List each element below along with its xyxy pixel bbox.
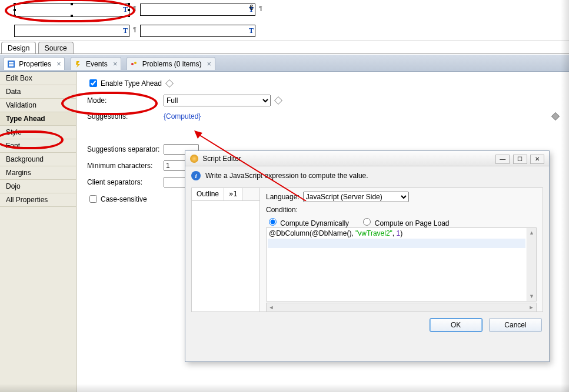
close-icon[interactable]: × [207,60,211,68]
mode-label: Mode: [87,96,164,105]
dialog-info-text: Write a JavaScript expression to compute… [205,172,368,180]
casesensitive-checkbox[interactable] [89,195,97,203]
selected-editbox[interactable]: T [14,4,129,16]
sidebar-item-editbox[interactable]: Edit Box [0,72,76,85]
typeahead-badge-icon: T [123,5,128,14]
tab-label: Properties [19,60,51,68]
sidebar-item-data[interactable]: Data [0,85,76,99]
svg-rect-1 [9,62,14,63]
svg-rect-3 [9,65,14,66]
mode-select[interactable]: Full [164,95,271,106]
tab-properties[interactable]: Properties × [4,57,65,70]
sidebar-item-style[interactable]: Style [0,126,76,139]
design-source-tab-bar: Design Source [0,41,569,54]
suggestions-label: Suggestions: [87,112,164,120]
script-editor-icon [190,155,198,163]
scroll-up-icon[interactable]: ▲ [527,228,536,237]
design-canvas: T T T T 6 ¶ ¶ ¶ [0,0,569,41]
close-icon[interactable]: × [113,60,117,68]
radio-compute-on-page-load[interactable]: Compute on Page Load [360,219,449,227]
diamond-icon[interactable] [551,112,560,120]
typeahead-badge-icon: T [123,26,128,35]
sidebar-item-margins[interactable]: Margins [0,166,76,180]
svg-rect-2 [9,63,14,65]
cancel-button[interactable]: Cancel [489,318,542,332]
outline-tab-extra[interactable]: »1 [224,188,242,200]
typeahead-badge-icon: T [249,26,254,35]
enable-typeahead-checkbox[interactable] [89,79,97,87]
minchars-label: Minimum characters: [87,162,164,170]
close-button[interactable]: ✕ [530,155,544,164]
horizontal-scrollbar[interactable]: ◄ ► [266,303,537,312]
editbox[interactable]: T [140,4,255,16]
sidebar-item-validation[interactable]: Validation [0,99,76,112]
suggestions-computed-link[interactable]: {Computed} [164,112,201,120]
tab-design[interactable]: Design [1,42,36,53]
close-icon[interactable]: × [56,60,61,68]
script-editor-dialog: Script Editor — ☐ ✕ i Write a JavaScript… [185,150,550,362]
sidebar-item-typeahead[interactable]: Type Ahead [0,112,76,126]
problems-icon [131,59,138,66]
vertical-scrollbar[interactable]: ▲ ▼ [527,228,536,301]
scroll-left-icon[interactable]: ◄ [267,303,276,311]
separator-label: Suggestions separator: [87,145,164,153]
info-icon: i [191,171,201,180]
radio-compute-dynamically[interactable]: Compute Dynamically [266,219,351,227]
sidebar-item-background[interactable]: Background [0,153,76,166]
panel-tab-bar: Properties × Events × Problems (0 items)… [0,54,569,72]
svg-point-6 [134,62,137,64]
sidebar-item-allproperties[interactable]: All Properties [0,193,76,207]
clientsep-label: Client separators: [87,178,164,186]
events-icon [75,59,82,66]
dialog-titlebar[interactable]: Script Editor — ☐ ✕ [185,151,549,166]
scroll-right-icon[interactable]: ► [527,303,536,311]
canvas-text: 6 [249,4,254,12]
svg-point-5 [131,63,134,65]
pilcrow-icon: ¶ [133,26,137,33]
editbox[interactable]: T [140,25,255,37]
scroll-down-icon[interactable]: ▼ [527,292,536,301]
properties-sidebar: Edit Box Data Validation Type Ahead Styl… [0,72,76,392]
maximize-button[interactable]: ☐ [513,155,527,164]
pilcrow-icon: ¶ [259,5,262,12]
minimize-button[interactable]: — [495,155,510,164]
outline-tab[interactable]: Outline [192,188,224,200]
dialog-title: Script Editor [202,155,241,163]
pilcrow-icon: ¶ [133,5,137,12]
language-select[interactable]: JavaScript (Server Side) [303,192,409,202]
script-code-editor[interactable]: @DbColumn(@DbName(), "vwTravel2", 1) ▲ ▼ [266,227,537,301]
tab-label: Problems (0 items) [142,60,202,68]
svg-marker-4 [76,61,80,68]
diamond-icon[interactable] [165,79,174,87]
enable-typeahead-label: Enable Type Ahead [101,79,162,88]
properties-icon [8,59,15,66]
tab-label: Events [86,60,108,68]
condition-label: Condition: [266,206,298,214]
editbox[interactable]: T [14,25,129,37]
sidebar-item-dojo[interactable]: Dojo [0,180,76,193]
language-label: Language: [266,193,300,201]
tab-problems[interactable]: Problems (0 items) × [127,57,215,70]
ok-button[interactable]: OK [430,318,483,332]
sidebar-item-font[interactable]: Font [0,139,76,153]
tab-source[interactable]: Source [38,42,74,53]
casesensitive-label: Case-sensitive [101,195,147,203]
diamond-icon[interactable] [274,96,282,105]
tab-events[interactable]: Events × [71,57,121,70]
outline-body [192,201,259,311]
